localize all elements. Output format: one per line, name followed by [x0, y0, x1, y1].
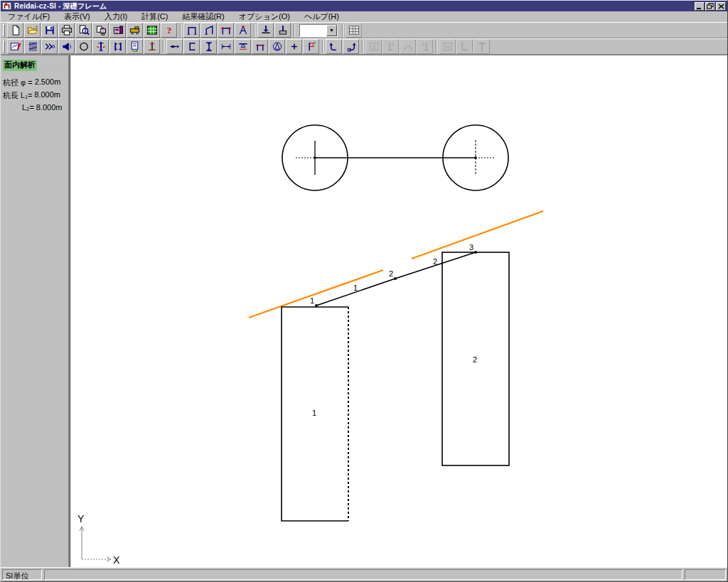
derrick-button[interactable] [269, 39, 285, 54]
frame-tower-button[interactable] [235, 23, 251, 38]
menu-options[interactable]: オプション(O) [235, 11, 294, 22]
redo-button[interactable] [343, 39, 359, 54]
print-preview-button[interactable] [75, 23, 92, 38]
data-machine-button[interactable] [127, 23, 143, 38]
megaphone-button[interactable] [58, 39, 75, 54]
h-box-icon: H [442, 41, 454, 52]
toolbar-input: SH [1, 38, 727, 55]
result-table-icon [146, 25, 158, 36]
channel-section-button[interactable] [183, 39, 200, 54]
close-button[interactable] [716, 2, 726, 11]
frame-twin-icon [220, 25, 232, 36]
help-icon: ? [164, 25, 175, 36]
image-edit-button[interactable] [7, 39, 23, 54]
menu-help[interactable]: ヘルプ(H) [300, 11, 343, 22]
ground-layers-icon [27, 41, 38, 52]
expand-view-icon [44, 41, 55, 52]
print-preview-icon [78, 25, 90, 36]
pile-length1-value: 8.000m [34, 90, 60, 101]
circle-tool-icon [78, 41, 90, 52]
print-setup-button[interactable] [92, 23, 109, 38]
member-select-combo[interactable]: ▼ [299, 24, 338, 37]
node-dot-3 [474, 251, 477, 254]
frame-small-button[interactable] [252, 39, 268, 54]
title-bar: Reidai-cz-SI - 深礎フレーム [1, 1, 727, 11]
s-box-button: S [365, 39, 382, 54]
ground-lines [249, 211, 543, 318]
ground-layers-button[interactable] [24, 39, 41, 54]
main-area: 面内解析 杭径 φ = 2.500m 杭長 L₁= 8.000m L₂= 8.0… [1, 55, 727, 567]
menu-view[interactable]: 表示(V) [60, 11, 95, 22]
expand-view-button[interactable] [41, 39, 58, 54]
column-pair-button[interactable] [109, 39, 126, 54]
open-file-button[interactable] [24, 23, 41, 38]
toolbar-grip[interactable] [3, 41, 5, 53]
print-button[interactable] [58, 23, 75, 38]
node-member-button[interactable] [166, 39, 183, 54]
pile-load-button[interactable] [257, 23, 274, 38]
dimension-button[interactable] [218, 39, 234, 54]
menu-calc[interactable]: 計算(C) [137, 11, 172, 22]
ground-line-1 [249, 270, 383, 318]
megaphone-icon [61, 41, 73, 52]
pile-driver-icon [95, 41, 107, 52]
chevron-down-icon[interactable]: ▼ [326, 25, 337, 36]
pile-plan-view [282, 125, 508, 190]
member-label-2: 2 [433, 257, 437, 266]
open-file-icon [27, 25, 38, 36]
undo-icon [328, 41, 340, 52]
toolbar-separator [322, 41, 323, 53]
toolbar-separator [180, 24, 181, 37]
support-button[interactable] [235, 39, 251, 54]
minimize-button[interactable] [695, 2, 705, 11]
redo-icon [346, 41, 357, 52]
axes-cross-button[interactable] [286, 39, 302, 54]
svg-text:?: ? [166, 25, 171, 36]
pile-diameter-value: 2.500m [35, 77, 61, 88]
channel-section-icon [186, 41, 198, 52]
data-machine-icon [129, 25, 141, 36]
structure-drawing: 1 2 3 1 2 1 2 Y X [70, 55, 728, 570]
menu-file[interactable]: ファイル(F) [4, 11, 54, 22]
i-beam-section-button[interactable] [200, 39, 217, 54]
support-icon [237, 41, 249, 52]
pile-driver-button[interactable] [92, 39, 109, 54]
pile-base-button[interactable] [274, 23, 291, 38]
axes-cross-icon [289, 41, 300, 52]
frame-slant-button[interactable] [200, 23, 217, 38]
node-dot-2 [394, 277, 397, 280]
angle-gray-icon [459, 41, 471, 52]
frame-slant-icon [203, 25, 215, 36]
frame-tower-icon [237, 25, 249, 36]
new-document-button[interactable] [7, 23, 23, 38]
ground-line-2 [412, 211, 543, 259]
help-button[interactable]: ? [161, 23, 177, 38]
node-member-icon [169, 41, 181, 52]
drawing-area[interactable]: 1 2 3 1 2 1 2 Y X [70, 55, 727, 567]
result-table-button[interactable] [144, 23, 160, 38]
pile-flag-button[interactable] [303, 39, 319, 54]
node-label-2: 2 [389, 269, 393, 278]
close-icon [718, 4, 724, 9]
pile-length1-label: 杭長 L₁= [3, 90, 32, 101]
menu-input[interactable]: 入力(I) [100, 11, 132, 22]
frame-small-icon [255, 41, 266, 52]
table-grid-icon [348, 25, 360, 36]
circle-tool-button[interactable] [75, 39, 92, 54]
save-file-icon [44, 25, 55, 36]
doc-refresh-button[interactable] [127, 39, 143, 54]
toolbar-separator [163, 41, 164, 53]
analysis-machine-button[interactable] [109, 23, 126, 38]
app-icon [2, 1, 12, 11]
pile-elevation-button[interactable] [144, 39, 160, 54]
pile-length2-label: L₂= [22, 103, 34, 112]
toolbar-grip[interactable] [3, 24, 5, 37]
node-label-1: 1 [310, 296, 314, 305]
menu-results[interactable]: 結果確認(R) [178, 11, 228, 22]
restore-button[interactable] [705, 2, 715, 11]
save-file-button[interactable] [41, 23, 58, 38]
frame-twin-button[interactable] [218, 23, 234, 38]
frame-portal-button[interactable] [183, 23, 200, 38]
pile-gray-a-button [382, 39, 399, 54]
undo-button[interactable] [326, 39, 342, 54]
